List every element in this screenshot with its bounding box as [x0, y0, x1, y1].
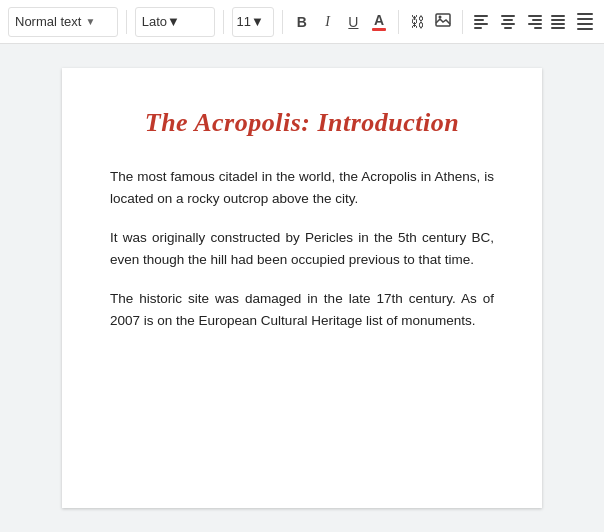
separator-4	[398, 10, 399, 34]
align-justify-icon	[551, 15, 567, 29]
font-color-label: A	[374, 13, 384, 27]
paragraph-2: It was originally constructed by Pericle…	[110, 227, 494, 270]
style-dropdown[interactable]: Normal text ▼	[8, 7, 118, 37]
paragraph-3: The historic site was damaged in the lat…	[110, 288, 494, 331]
italic-button[interactable]: I	[317, 8, 339, 36]
paragraph-1: The most famous citadel in the world, th…	[110, 166, 494, 209]
separator-5	[462, 10, 463, 34]
align-left-icon	[474, 15, 490, 29]
document-title: The Acropolis: Introduction	[110, 108, 494, 138]
underline-label: U	[348, 14, 358, 30]
underline-button[interactable]: U	[343, 8, 365, 36]
style-chevron-icon: ▼	[85, 16, 95, 27]
align-right-icon	[526, 15, 542, 29]
link-button[interactable]: ⛓	[407, 8, 429, 36]
separator-3	[282, 10, 283, 34]
image-button[interactable]	[433, 8, 455, 36]
font-size-label: 11	[237, 14, 251, 29]
document-page: The Acropolis: Introduction The most fam…	[62, 68, 542, 508]
document-area: The Acropolis: Introduction The most fam…	[0, 44, 604, 532]
more-options-button[interactable]	[574, 8, 596, 36]
image-icon	[435, 13, 451, 30]
font-size-dropdown[interactable]: 11 ▼	[232, 7, 275, 37]
separator-1	[126, 10, 127, 34]
bold-label: B	[297, 14, 307, 30]
link-icon: ⛓	[410, 13, 425, 30]
separator-2	[223, 10, 224, 34]
toolbar: Normal text ▼ Lato ▼ 11 ▼ B I U A ⛓	[0, 0, 604, 44]
align-center-icon	[500, 15, 516, 29]
bold-button[interactable]: B	[291, 8, 313, 36]
align-left-button[interactable]	[471, 8, 493, 36]
font-dropdown[interactable]: Lato ▼	[135, 7, 215, 37]
font-color-line	[372, 28, 386, 31]
style-label: Normal text	[15, 14, 81, 29]
align-right-button[interactable]	[523, 8, 545, 36]
font-color-button[interactable]: A	[368, 8, 390, 36]
italic-label: I	[325, 14, 330, 30]
font-label: Lato	[142, 14, 167, 29]
align-center-button[interactable]	[497, 8, 519, 36]
align-justify-button[interactable]	[548, 8, 570, 36]
menu-icon	[577, 13, 593, 30]
font-chevron-icon: ▼	[167, 14, 180, 29]
font-size-chevron-icon: ▼	[251, 14, 264, 29]
